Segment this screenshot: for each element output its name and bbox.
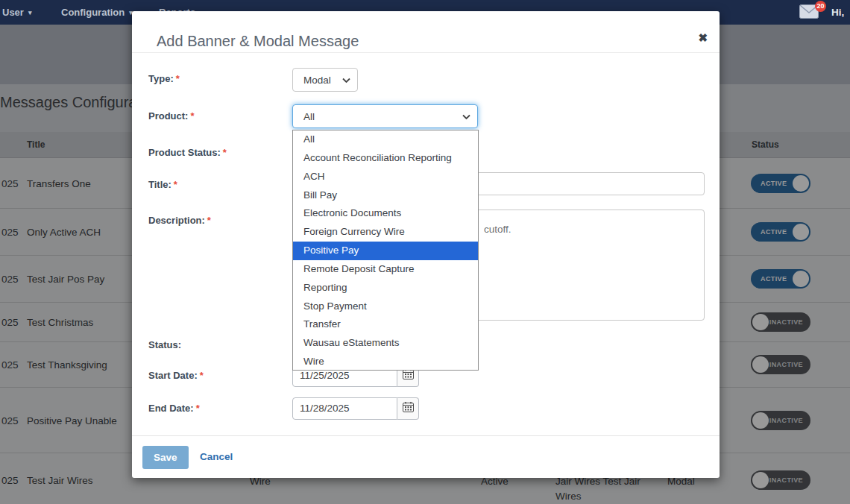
- type-select-value: Modal: [303, 75, 331, 86]
- add-message-modal: Add Banner & Modal Message ✖ Type:* Moda…: [132, 11, 720, 478]
- modal-title: Add Banner & Modal Message: [157, 33, 359, 50]
- status-label: Status:: [148, 339, 181, 350]
- chevron-down-icon: [462, 111, 470, 122]
- mail-icon[interactable]: 20: [799, 4, 822, 22]
- product-option[interactable]: Reporting: [293, 279, 478, 297]
- notification-badge: 20: [815, 1, 826, 12]
- product-status-label: Product Status:*: [148, 147, 227, 158]
- product-label: Product:*: [148, 110, 195, 122]
- required-mark: *: [174, 179, 177, 190]
- product-select-value: All: [303, 111, 315, 122]
- product-option[interactable]: ACH: [293, 168, 478, 186]
- type-label: Type:*: [148, 73, 180, 84]
- description-label: Description:*: [148, 215, 211, 226]
- user-greeting[interactable]: Hi,: [831, 0, 844, 25]
- required-mark: *: [200, 370, 204, 381]
- end-date-group: 11/28/2025: [292, 397, 419, 420]
- header-divider: [132, 52, 720, 53]
- required-mark: *: [190, 110, 194, 122]
- product-option[interactable]: Electronic Documents: [293, 204, 478, 223]
- required-mark: *: [223, 147, 227, 158]
- description-visible-text: cutoff.: [484, 224, 511, 235]
- product-option[interactable]: Stop Payment: [293, 297, 478, 316]
- end-date-calendar-button[interactable]: [397, 397, 419, 420]
- title-label: Title:*: [148, 179, 177, 190]
- nav-item-user[interactable]: User▾: [2, 0, 31, 25]
- start-date-label: Start Date:*: [148, 370, 204, 381]
- product-option-highlighted[interactable]: Positive Pay: [293, 242, 478, 260]
- footer-divider: [132, 435, 720, 436]
- required-mark: *: [207, 215, 211, 226]
- product-option[interactable]: Transfer: [293, 315, 478, 334]
- product-dropdown-list: All Account Reconciliation Reporting ACH…: [292, 130, 479, 371]
- save-button[interactable]: Save: [142, 446, 189, 469]
- product-option[interactable]: Account Reconciliation Reporting: [293, 149, 478, 168]
- product-option[interactable]: Remote Deposit Capture: [293, 260, 478, 279]
- required-mark: *: [176, 73, 180, 84]
- screen: Messages Configuration Title Status 025 …: [0, 0, 850, 504]
- type-select[interactable]: Modal: [292, 68, 358, 92]
- required-mark: *: [196, 403, 200, 414]
- product-option[interactable]: Wausau eStatements: [293, 334, 478, 353]
- end-date-label: End Date:*: [148, 403, 200, 414]
- close-icon[interactable]: ✖: [698, 32, 708, 44]
- chevron-down-icon: [342, 75, 350, 86]
- product-option[interactable]: Bill Pay: [293, 186, 478, 205]
- product-option[interactable]: All: [293, 130, 478, 149]
- product-option[interactable]: Wire: [293, 353, 478, 371]
- chevron-down-icon: ▾: [28, 9, 32, 16]
- calendar-icon: [403, 402, 414, 412]
- product-select[interactable]: All: [292, 104, 478, 128]
- end-date-input[interactable]: 11/28/2025: [292, 397, 397, 420]
- cancel-button[interactable]: Cancel: [200, 451, 233, 462]
- nav-item-configuration[interactable]: Configuration▾: [61, 0, 133, 25]
- product-option[interactable]: Foreign Currency Wire: [293, 223, 478, 242]
